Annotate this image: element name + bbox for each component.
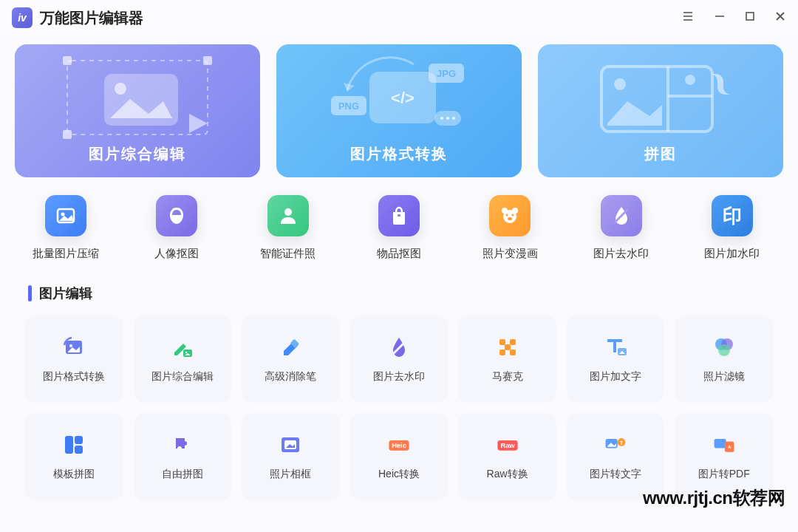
grid-raw[interactable]: RawRaw转换	[458, 413, 556, 500]
svg-text:Heic: Heic	[392, 442, 406, 449]
svg-point-35	[506, 214, 508, 216]
face-icon	[156, 195, 197, 236]
grid-label: 图片去水印	[373, 370, 425, 383]
main-content: 图片综合编辑 </> PNG JPG 图片格式转换	[0, 35, 798, 500]
svg-text:</>: </>	[391, 89, 415, 107]
svg-point-22	[452, 117, 455, 120]
svg-text:JPG: JPG	[437, 68, 456, 79]
grid-label: Heic转换	[378, 468, 420, 481]
svg-point-20	[440, 117, 443, 120]
app-logo: iv	[12, 7, 33, 28]
droplet-off-icon	[386, 335, 412, 360]
hero-collage[interactable]: 拼图	[538, 44, 783, 177]
app-title: 万能图片编辑器	[40, 8, 143, 28]
grid-img2text[interactable]: T图片转文字	[567, 413, 665, 500]
grid-remove-watermark[interactable]: 图片去水印	[350, 316, 449, 403]
close-icon[interactable]	[774, 10, 786, 25]
tool-id-photo[interactable]: 智能证件照	[248, 195, 329, 261]
person-icon	[267, 195, 309, 236]
svg-rect-49	[510, 349, 516, 355]
section-header: 图片编辑	[28, 284, 783, 302]
grid-img2pdf[interactable]: A图片转PDF	[675, 413, 773, 500]
grid-format-convert[interactable]: 图片格式转换	[25, 316, 123, 403]
img2pdf-icon: A	[712, 432, 737, 457]
grid-mosaic[interactable]: 马赛克	[458, 316, 556, 403]
grid-free-collage[interactable]: 自由拼图	[134, 413, 232, 500]
svg-point-29	[61, 213, 65, 216]
hero-row: 图片综合编辑 </> PNG JPG 图片格式转换	[15, 44, 783, 177]
convert-icon	[61, 335, 86, 360]
hero-label: 图片综合编辑	[89, 144, 186, 164]
tool-object-cutout[interactable]: 物品抠图	[358, 195, 440, 261]
text-image-icon	[603, 335, 628, 360]
tool-batch-compress[interactable]: 批量图片压缩	[25, 195, 106, 261]
svg-point-34	[503, 210, 516, 223]
grid-label: 马赛克	[492, 370, 523, 383]
droplet-off-icon	[601, 195, 642, 236]
svg-point-26	[614, 78, 626, 90]
svg-rect-48	[499, 349, 505, 355]
stamp-icon: 印	[712, 195, 753, 236]
tool-row: 批量图片压缩 人像抠图 智能证件照 物品抠图 照片变漫画 图片去水印 印 图片加…	[25, 195, 773, 261]
grid-template-collage[interactable]: 模板拼图	[25, 413, 123, 500]
svg-rect-31	[398, 214, 400, 216]
tool-label: 批量图片压缩	[33, 247, 99, 261]
hero-image-edit[interactable]: 图片综合编辑	[15, 44, 260, 177]
grid-filter[interactable]: 照片滤镜	[675, 316, 773, 403]
minimize-icon[interactable]	[714, 10, 726, 25]
tool-add-watermark[interactable]: 印 图片加水印	[692, 195, 773, 261]
grid-label: 图片加文字	[590, 370, 641, 383]
tool-portrait-cutout[interactable]: 人像抠图	[136, 195, 217, 261]
filter-icon	[712, 335, 737, 360]
mosaic-icon	[495, 335, 520, 360]
grid-frame[interactable]: 照片相框	[242, 413, 340, 500]
tool-label: 人像抠图	[154, 247, 199, 261]
grid-label: 自由拼图	[162, 468, 203, 481]
svg-point-27	[685, 75, 695, 85]
grid-heic[interactable]: HeicHeic转换	[350, 413, 449, 500]
maximize-icon[interactable]	[745, 11, 755, 24]
tool-label: 图片加水印	[704, 247, 760, 261]
grid-label: 照片相框	[270, 468, 311, 481]
bag-icon	[378, 195, 420, 236]
svg-point-30	[284, 208, 292, 216]
tool-label: 物品抠图	[377, 247, 421, 261]
hero-format-convert[interactable]: </> PNG JPG 图片格式转换	[276, 44, 522, 177]
svg-point-37	[508, 217, 512, 220]
tool-remove-watermark[interactable]: 图片去水印	[581, 195, 662, 261]
grid-label: 模板拼图	[53, 468, 95, 481]
tool-label: 智能证件照	[260, 247, 316, 261]
menu-icon[interactable]	[681, 10, 695, 26]
grid-label: 照片滤镜	[703, 370, 745, 383]
tool-label: 图片去水印	[593, 247, 649, 261]
svg-rect-9	[203, 56, 212, 65]
grid-eraser[interactable]: 高级消除笔	[242, 316, 340, 403]
svg-point-21	[446, 117, 449, 120]
section-accent-bar	[28, 285, 32, 301]
feature-grid: 图片格式转换 图片综合编辑 高级消除笔 图片去水印 马赛克 图片加文字 照片滤镜…	[15, 316, 783, 500]
svg-rect-10	[63, 130, 72, 139]
bear-icon	[489, 195, 531, 236]
grid-edit-image[interactable]: 图片综合编辑	[134, 316, 232, 403]
section-title: 图片编辑	[39, 284, 92, 302]
svg-rect-46	[510, 339, 516, 345]
titlebar: iv 万能图片编辑器	[0, 0, 798, 35]
svg-rect-45	[499, 339, 505, 345]
svg-rect-4	[746, 13, 754, 20]
svg-point-36	[512, 214, 514, 216]
grid-label: 图片转PDF	[698, 468, 750, 481]
svg-text:T: T	[620, 440, 624, 446]
image-edit-art-icon	[60, 53, 215, 142]
image-icon	[45, 195, 86, 236]
svg-point-40	[69, 344, 72, 347]
grid-label: 图片转文字	[590, 468, 641, 481]
grid-label: Raw转换	[487, 468, 528, 481]
collage-art-icon	[579, 53, 742, 142]
raw-icon: Raw	[495, 432, 520, 457]
window-controls	[681, 10, 786, 26]
svg-rect-8	[63, 56, 72, 65]
tool-cartoon[interactable]: 照片变漫画	[469, 195, 550, 261]
grid-add-text[interactable]: 图片加文字	[567, 316, 665, 403]
svg-point-42	[185, 352, 187, 353]
svg-point-53	[718, 344, 730, 356]
